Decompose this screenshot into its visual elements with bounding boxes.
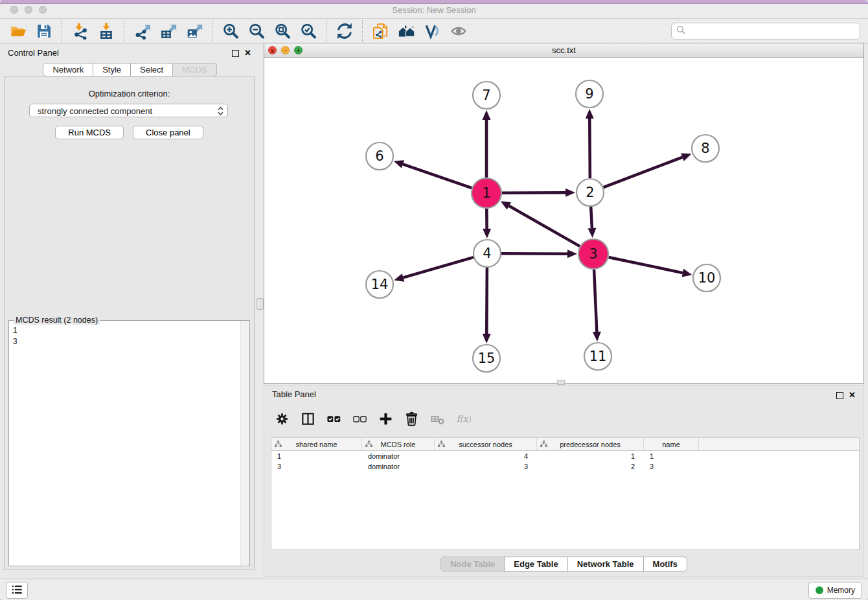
graph-node-label-6: 6 [375, 148, 383, 164]
criterion-select[interactable]: strongly connected component [29, 104, 228, 117]
refresh-icon[interactable] [332, 21, 358, 41]
result-scrollbar[interactable] [240, 321, 249, 565]
graph-edge-arrowhead [483, 334, 491, 343]
graph-edge-arrowhead [483, 110, 491, 120]
export-network-icon[interactable] [130, 21, 155, 41]
close-panel-icon[interactable]: ✕ [244, 49, 251, 57]
titlebar: Session: New Session [0, 0, 868, 19]
tab-node-table[interactable]: Node Table [440, 557, 505, 571]
graph-edge-2-3[interactable] [591, 207, 592, 228]
deselect-all-icon[interactable] [351, 410, 369, 428]
mcds-panel: Optimization criterion: strongly connect… [4, 76, 255, 570]
graph-edge-4-15[interactable] [486, 268, 487, 334]
column-header-MCDS-role[interactable]: MCDS role [362, 438, 435, 450]
table-toolbar: f(x) [273, 405, 472, 432]
graph-edge-arrowhead [593, 332, 601, 341]
list-icon [10, 584, 23, 597]
graph-edge-4-3[interactable] [501, 253, 567, 254]
toolbar-separator [62, 20, 63, 42]
open-folder-icon[interactable] [5, 21, 31, 41]
hierarchy-icon [540, 441, 547, 449]
clone-network-icon[interactable] [368, 21, 394, 41]
column-header-predecessor-nodes[interactable]: predecessor nodes [537, 438, 644, 450]
zoom-fit-icon[interactable] [269, 21, 295, 41]
columns-icon[interactable] [299, 410, 317, 428]
delete-table-icon [429, 410, 446, 428]
tab-select[interactable]: Select [130, 63, 173, 76]
table-panel: Table Panel ✕ f(x) shared nameMCDS roles… [264, 385, 864, 577]
graph-edge-2-9[interactable] [589, 119, 590, 178]
zoom-in-icon[interactable] [218, 21, 244, 41]
function-icon: f(x) [455, 410, 472, 428]
horizontal-splitter-grip[interactable] [557, 380, 565, 385]
close-table-panel-icon[interactable]: ✕ [849, 391, 856, 399]
close-panel-button[interactable]: Close panel [133, 126, 203, 139]
graph-node-label-4: 4 [483, 246, 491, 261]
zoom-out-icon[interactable] [244, 21, 269, 41]
memory-button[interactable]: Memory [808, 582, 862, 599]
run-mcds-button[interactable]: Run MCDS [55, 126, 124, 139]
save-icon[interactable] [31, 21, 57, 41]
export-image-icon[interactable] [181, 21, 207, 41]
table-row[interactable]: 1dominator411 [271, 451, 859, 461]
table-panel-tabs: Node TableEdge TableNetwork TableMotifs [264, 557, 863, 571]
control-panel: Control Panel ✕ NetworkStyleSelectMCDS O… [0, 44, 260, 579]
graph-edge-arrowhead [394, 160, 404, 168]
zoom-selected-icon[interactable] [295, 21, 321, 41]
graph-node-label-11: 11 [589, 349, 607, 364]
column-header-successor-nodes[interactable]: successor nodes [435, 438, 537, 450]
select-all-icon[interactable] [325, 410, 343, 428]
gear-icon[interactable] [273, 410, 291, 428]
cell-successor-nodes: 3 [435, 463, 537, 470]
network-canvas[interactable]: 7968124314101511 [264, 58, 863, 383]
import-network-icon[interactable] [67, 21, 93, 41]
eye-icon[interactable] [446, 21, 472, 41]
float-table-panel-icon[interactable] [836, 392, 843, 399]
cell-MCDS-role: dominator [362, 463, 435, 470]
float-panel-icon[interactable] [232, 50, 239, 57]
graph-node-label-3: 3 [589, 246, 597, 262]
trash-icon[interactable] [403, 410, 420, 428]
tab-edge-table[interactable]: Edge Table [504, 557, 567, 571]
control-panel-title: Control Panel [8, 48, 59, 58]
column-header-label: shared name [295, 441, 337, 448]
style-icon[interactable] [420, 21, 446, 41]
cell-name: 3 [644, 463, 699, 470]
task-history-button[interactable] [6, 582, 28, 599]
column-header-shared-name[interactable]: shared name [271, 438, 362, 450]
select-stepper-icon [217, 106, 224, 120]
graph-edge-3-10[interactable] [608, 257, 682, 273]
search-box[interactable] [671, 23, 860, 40]
search-input[interactable] [686, 24, 860, 38]
column-header-name[interactable]: name [644, 438, 699, 450]
tab-network[interactable]: Network [43, 63, 93, 76]
table-header-row: shared nameMCDS rolesuccessor nodesprede… [271, 438, 859, 451]
graph-edge-3-1[interactable] [509, 206, 580, 246]
graph-node-label-7: 7 [482, 87, 490, 103]
graph-edge-3-11[interactable] [594, 270, 597, 332]
export-table-icon[interactable] [155, 21, 181, 41]
graph-node-label-15: 15 [478, 351, 496, 366]
table-row[interactable]: 3dominator323 [271, 461, 859, 472]
tab-network-table[interactable]: Network Table [567, 557, 644, 571]
app-window: Session: New Session Control Panel ✕ Net… [0, 0, 868, 600]
graph-edge-2-8[interactable] [604, 157, 683, 188]
graph-edge-1-2[interactable] [502, 192, 565, 193]
add-icon[interactable] [377, 410, 394, 428]
graph-edge-1-6[interactable] [403, 164, 472, 188]
graph-node-label-14: 14 [371, 277, 389, 292]
toolbar-separator [326, 20, 327, 42]
graph-edge-4-14[interactable] [404, 257, 474, 277]
houses-icon[interactable] [394, 21, 420, 41]
titlebar-accent-strip [0, 0, 868, 4]
tab-motifs[interactable]: Motifs [643, 557, 687, 571]
mcds-result-text[interactable]: 1 3 [10, 323, 240, 564]
vertical-splitter-grip[interactable] [257, 298, 264, 310]
cell-predecessor-nodes: 1 [537, 452, 644, 460]
import-table-icon[interactable] [93, 21, 119, 41]
graph-edge-arrowhead [567, 249, 577, 258]
memory-label: Memory [827, 586, 855, 595]
tab-style[interactable]: Style [93, 63, 131, 76]
tab-mcds[interactable]: MCDS [172, 63, 216, 76]
cell-successor-nodes: 4 [435, 452, 537, 460]
